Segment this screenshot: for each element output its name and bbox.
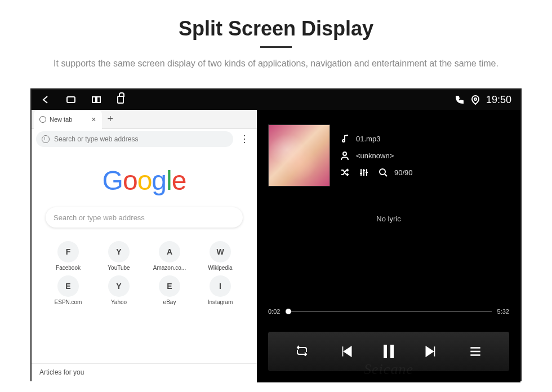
- search-placeholder: Search or type web address: [54, 213, 145, 222]
- shortcut-letter: Y: [108, 275, 130, 297]
- shortcut-label: ESPN.com: [55, 299, 82, 305]
- shuffle-icon[interactable]: [340, 168, 349, 177]
- shortcut-item[interactable]: FFacebook: [43, 241, 94, 271]
- track-count: 90/90: [394, 168, 413, 177]
- svg-rect-1: [97, 97, 100, 103]
- info-icon: [42, 135, 50, 143]
- location-icon: [470, 95, 480, 105]
- phone-icon[interactable]: [455, 95, 465, 105]
- shortcut-letter: A: [159, 241, 180, 262]
- shortcuts-grid: FFacebookYYouTubeAAmazon.co...WWikipedia…: [43, 241, 246, 305]
- address-placeholder: Search or type web address: [54, 135, 138, 143]
- music-note-icon: [340, 134, 349, 143]
- page-subtitle: It supports the same screen display of t…: [39, 57, 513, 70]
- shortcut-item[interactable]: IInstagram: [195, 275, 246, 305]
- shortcut-letter: F: [57, 241, 79, 262]
- shortcut-letter: Y: [108, 241, 130, 262]
- shortcut-item[interactable]: EeBay: [144, 275, 195, 305]
- browser-pane: New tab × + Search or type web address ⋯…: [32, 110, 257, 382]
- google-logo: Google: [32, 165, 257, 196]
- shortcut-label: Instagram: [208, 299, 233, 305]
- new-tab-button[interactable]: +: [108, 113, 114, 125]
- search-input[interactable]: Search or type web address: [46, 207, 243, 228]
- shortcut-item[interactable]: WWikipedia: [195, 241, 246, 271]
- album-art[interactable]: [268, 124, 330, 186]
- progress-thumb[interactable]: [286, 309, 291, 314]
- prev-icon[interactable]: [339, 344, 354, 359]
- shortcut-letter: I: [210, 275, 231, 297]
- shortcut-label: Facebook: [56, 265, 81, 271]
- address-bar: Search or type web address ⋯: [32, 129, 257, 149]
- device-frame: 19:50 New tab × + Search or type web add…: [30, 88, 522, 381]
- globe-icon: [39, 116, 46, 123]
- repeat-icon[interactable]: [295, 344, 309, 359]
- shortcut-letter: E: [159, 275, 180, 297]
- watermark: Seicane: [364, 361, 413, 378]
- next-icon[interactable]: [424, 344, 438, 359]
- address-input[interactable]: Search or type web address: [36, 131, 233, 147]
- shortcut-letter: E: [57, 275, 79, 297]
- tab-bar: New tab × +: [32, 110, 257, 129]
- playlist-icon[interactable]: [468, 344, 483, 359]
- tab-label: New tab: [50, 116, 72, 123]
- recent-icon[interactable]: [91, 95, 101, 105]
- close-tab-icon[interactable]: ×: [91, 115, 96, 124]
- progress-bar[interactable]: 0:02 5:32: [268, 308, 509, 315]
- page-title: Split Screen Display: [23, 17, 529, 41]
- track-artist: <unknown>: [356, 152, 394, 160]
- shortcut-item[interactable]: YYahoo: [94, 275, 144, 305]
- music-player-pane: 01.mp3 <unknown> 90/90 No lyric 0:02: [257, 110, 520, 382]
- shortcut-label: eBay: [163, 299, 176, 305]
- svg-rect-0: [92, 97, 96, 103]
- shortcut-item[interactable]: AAmazon.co...: [144, 241, 195, 271]
- articles-header: Articles for you: [32, 363, 257, 382]
- duration-time: 5:32: [497, 308, 509, 315]
- shortcut-label: Wikipedia: [208, 265, 232, 271]
- pause-button[interactable]: [384, 345, 394, 358]
- menu-icon[interactable]: ⋯: [239, 132, 251, 146]
- shortcut-label: Yahoo: [111, 299, 127, 305]
- home-icon[interactable]: [66, 96, 75, 103]
- shortcut-label: YouTube: [108, 265, 130, 271]
- shortcut-label: Amazon.co...: [153, 265, 186, 271]
- browser-tab[interactable]: New tab ×: [34, 110, 102, 129]
- back-icon[interactable]: [41, 95, 51, 105]
- svg-point-3: [380, 169, 385, 175]
- status-bar: 19:50: [32, 90, 520, 110]
- no-lyric-label: No lyric: [257, 215, 520, 223]
- track-filename: 01.mp3: [356, 135, 380, 143]
- status-clock: 19:50: [486, 94, 511, 106]
- progress-track[interactable]: [286, 311, 491, 312]
- shortcut-item[interactable]: EESPN.com: [43, 275, 94, 305]
- search-icon[interactable]: [379, 168, 388, 177]
- equalizer-icon[interactable]: [359, 168, 368, 177]
- elapsed-time: 0:02: [268, 308, 280, 315]
- title-divider: [260, 46, 292, 48]
- person-icon: [340, 151, 349, 160]
- svg-point-2: [343, 152, 346, 155]
- shortcut-item[interactable]: YYouTube: [94, 241, 144, 271]
- lock-icon: [117, 96, 124, 104]
- shortcut-letter: W: [210, 241, 231, 262]
